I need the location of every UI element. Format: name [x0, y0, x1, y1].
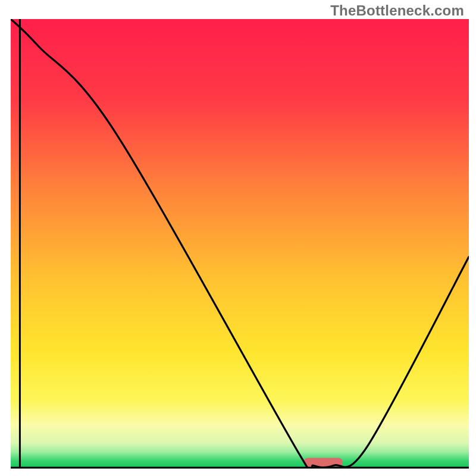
watermark-label: TheBottleneck.com	[330, 2, 464, 19]
chart-stage: TheBottleneck.com	[0, 0, 476, 476]
gradient-background	[11, 19, 469, 468]
bottleneck-line-chart	[0, 0, 476, 476]
